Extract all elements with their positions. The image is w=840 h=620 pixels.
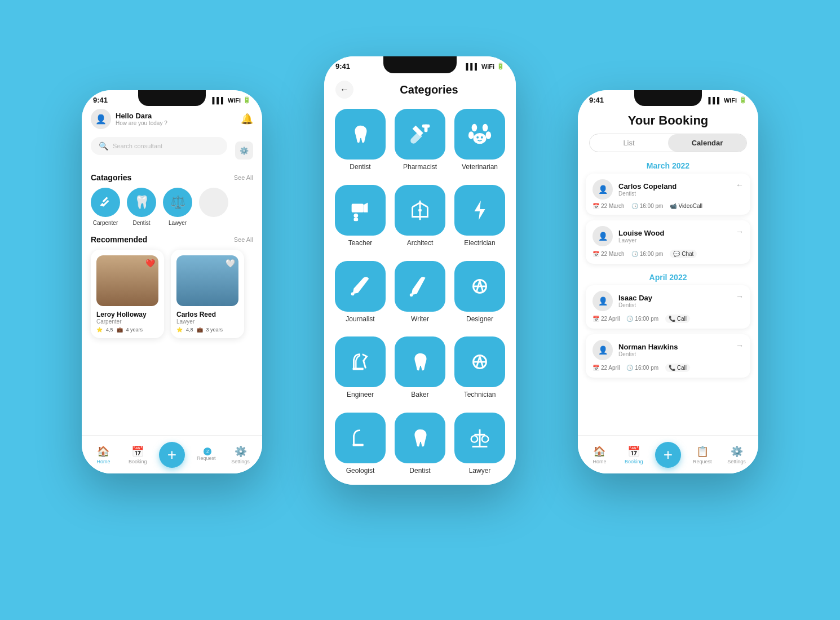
filter-button[interactable]: ⚙️ bbox=[235, 141, 253, 160]
plus-button-left[interactable]: + bbox=[159, 442, 185, 468]
booking-card-louise-wood[interactable]: 👤 Louise Wood Lawyer → 📅 22 March bbox=[586, 220, 750, 264]
booking-header-norman: 👤 Norman Hawkins Dentist bbox=[593, 340, 744, 360]
request-label-left: Request bbox=[197, 455, 216, 461]
recommended-title: Recommended bbox=[91, 235, 147, 244]
recommended-section-header: Recommended See All bbox=[91, 235, 253, 244]
plus-button-right[interactable]: + bbox=[655, 442, 681, 468]
rec-card-leroy[interactable]: ❤️ Leroy Holloway Carpenter ⭐ 4,5 💼 4 ye… bbox=[91, 250, 164, 338]
cat-grid-baker[interactable]: Baker bbox=[393, 336, 447, 407]
rec-card-carlos[interactable]: 🤍 Carlos Reed Lawyer ⭐ 4,8 💼 3 years bbox=[171, 250, 244, 338]
cat-grid-designer[interactable]: Designer bbox=[453, 261, 507, 331]
notch-right bbox=[634, 90, 702, 106]
categories-page-title: Categories bbox=[353, 83, 505, 96]
user-avatar: 👤 bbox=[91, 109, 111, 129]
cat-grid-geologist[interactable]: Geologist bbox=[333, 413, 387, 483]
star-icon-carlos: ⭐ bbox=[176, 327, 183, 333]
toggle-calendar[interactable]: Calendar bbox=[668, 134, 746, 152]
cat-grid-circle-dentist2 bbox=[395, 413, 445, 463]
phone-left: 9:41 ▌▌▌ WiFi 🔋 👤 Hello Dara How are you… bbox=[82, 90, 262, 473]
svg-point-33 bbox=[471, 436, 478, 442]
categories-grid: Dentist Pharmacist bbox=[324, 104, 516, 485]
booking-date-louise: 📅 22 March bbox=[593, 251, 625, 257]
toggle-row: List Calendar bbox=[589, 134, 747, 152]
cat-grid-electrician[interactable]: Electrician bbox=[453, 185, 507, 255]
booking-arrow-norman: → bbox=[736, 341, 744, 350]
status-icons-right: ▌▌▌ WiFi 🔋 bbox=[708, 96, 747, 104]
wifi-icon-left: WiFi bbox=[228, 97, 241, 104]
cat-grid-pharmacist[interactable]: Pharmacist bbox=[393, 109, 447, 179]
toggle-list[interactable]: List bbox=[590, 134, 668, 152]
rating-leroy: 4,5 bbox=[106, 327, 113, 333]
cat-grid-writer[interactable]: Writer bbox=[393, 261, 447, 331]
notch-center bbox=[383, 56, 457, 73]
booking-name-louise: Louise Wood bbox=[618, 229, 664, 237]
home-label-left: Home bbox=[96, 459, 110, 464]
cat-grid-teacher[interactable]: Teacher bbox=[333, 185, 387, 255]
booking-type-norman: 📞 Call bbox=[665, 364, 690, 372]
cat-grid-technician[interactable]: Technician bbox=[453, 336, 507, 407]
cat-grid-architect[interactable]: Architect bbox=[393, 185, 447, 255]
time-right: 9:41 bbox=[589, 96, 604, 104]
cat-item-lawyer[interactable]: ⚖️ Lawyer bbox=[163, 188, 192, 226]
request-badge-left: 2 bbox=[204, 448, 211, 455]
nav-home-left[interactable]: 🏠 Home bbox=[86, 445, 121, 464]
booking-card-isaac-day[interactable]: 👤 Isaac Day Dentist → 📅 22 April bbox=[586, 285, 750, 329]
cat-grid-dentist[interactable]: Dentist bbox=[333, 109, 387, 179]
calendar-icon-isaac: 📅 bbox=[593, 316, 599, 322]
booking-date-isaac: 📅 22 April bbox=[593, 316, 620, 322]
categories-row: Carpenter 🦷 Dentist ⚖️ Lawyer bbox=[91, 188, 253, 226]
booking-avatar-louise: 👤 bbox=[593, 226, 613, 246]
clock-icon-isaac: 🕓 bbox=[626, 316, 633, 322]
cat-item-dentist[interactable]: 🦷 Dentist bbox=[127, 188, 156, 226]
cat-grid-lawyer[interactable]: Lawyer bbox=[453, 413, 507, 483]
cat-grid-veterinarian[interactable]: Veterinarian bbox=[453, 109, 507, 179]
nav-plus-left[interactable]: + bbox=[155, 442, 189, 468]
cat-item-carpenter[interactable]: Carpenter bbox=[91, 188, 120, 226]
nav-booking-left[interactable]: 📅 Booking bbox=[121, 445, 155, 464]
nav-booking-right[interactable]: 📅 Booking bbox=[617, 445, 651, 464]
cat-grid-circle-pharmacist bbox=[395, 109, 445, 160]
calendar-icon-carlos: 📅 bbox=[593, 203, 599, 209]
booking-list: March 2022 👤 Carlos Copeland Dentist ← 📅 bbox=[578, 158, 758, 445]
booking-details-carlos: 📅 22 March 🕓 16:00 pm 📹 VideoCall bbox=[593, 203, 744, 209]
cat-grid-circle-geologist bbox=[335, 413, 386, 463]
booking-card-carlos-copeland[interactable]: 👤 Carlos Copeland Dentist ← 📅 22 March bbox=[586, 174, 750, 215]
nav-home-right[interactable]: 🏠 Home bbox=[582, 445, 617, 464]
recommended-see-all[interactable]: See All bbox=[234, 236, 253, 243]
search-bar[interactable]: 🔍 Search consultant bbox=[91, 137, 227, 155]
booking-card-norman-hawkins[interactable]: 👤 Norman Hawkins Dentist → 📅 22 April bbox=[586, 334, 750, 378]
home-user: 👤 Hello Dara How are you today ? bbox=[91, 109, 167, 129]
booking-header-carlos: 👤 Carlos Copeland Dentist bbox=[593, 179, 744, 200]
search-row: 🔍 Search consultant ⚙️ bbox=[91, 137, 253, 164]
nav-plus-right[interactable]: + bbox=[651, 442, 686, 468]
back-button[interactable]: ← bbox=[335, 81, 353, 99]
cat-grid-dentist2[interactable]: Dentist bbox=[393, 413, 447, 483]
cat-grid-label-geologist: Geologist bbox=[346, 467, 375, 475]
cat-grid-engineer[interactable]: Engineer bbox=[333, 336, 387, 407]
phone-center: 9:41 ▌▌▌ WiFi 🔋 ← Categories bbox=[324, 56, 516, 485]
booking-arrow-carlos: ← bbox=[736, 180, 744, 189]
bell-icon[interactable]: 🔔 bbox=[241, 113, 253, 125]
nav-request-left[interactable]: 📋 2 Request bbox=[189, 449, 223, 461]
cat-grid-circle-teacher bbox=[335, 185, 386, 236]
svg-point-7 bbox=[474, 133, 487, 144]
bottom-nav-left: 🏠 Home 📅 Booking + 📋 2 Request bbox=[82, 435, 262, 473]
calendar-icon-louise: 📅 bbox=[593, 251, 599, 257]
cat-grid-label-writer: Writer bbox=[411, 315, 429, 323]
svg-rect-2 bbox=[425, 125, 428, 132]
nav-settings-right[interactable]: ⚙️ Settings bbox=[719, 445, 754, 464]
svg-rect-10 bbox=[352, 203, 364, 212]
status-icons-left: ▌▌▌ WiFi 🔋 bbox=[212, 96, 251, 104]
cat-grid-label-architect: Architect bbox=[407, 239, 434, 247]
video-icon-carlos: 📹 bbox=[670, 203, 677, 209]
booking-title: Your Booking bbox=[578, 107, 758, 134]
nav-settings-left[interactable]: ⚙️ Settings bbox=[223, 445, 258, 464]
years-leroy: 4 years bbox=[126, 327, 143, 333]
cat-grid-journalist[interactable]: Journalist bbox=[333, 261, 387, 331]
cat-item-more bbox=[199, 188, 228, 226]
categories-see-all[interactable]: See All bbox=[234, 174, 253, 181]
nav-request-right[interactable]: 📋 Request bbox=[685, 445, 719, 464]
rec-name-carlos: Carlos Reed bbox=[176, 311, 238, 318]
svg-point-9 bbox=[481, 136, 483, 139]
cat-grid-circle-writer bbox=[395, 261, 445, 312]
